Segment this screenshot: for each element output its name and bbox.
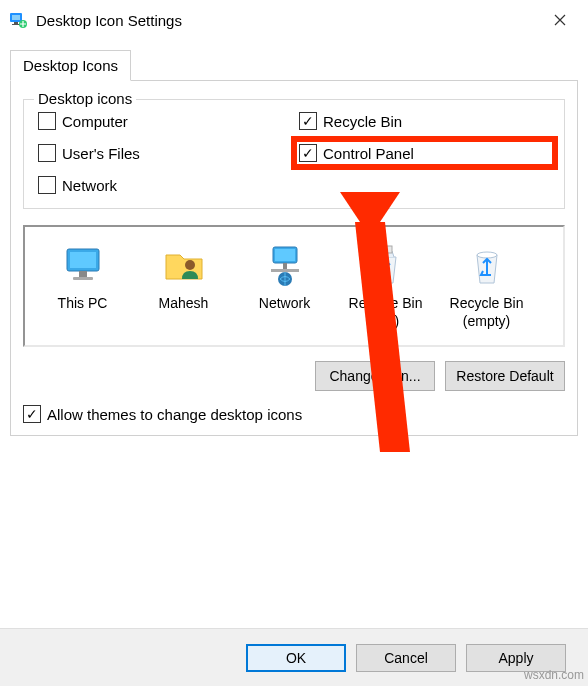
check-computer[interactable]: Computer — [38, 112, 289, 130]
svg-point-9 — [185, 260, 195, 270]
svg-rect-11 — [275, 249, 295, 261]
check-allow-themes[interactable]: ✓ Allow themes to change desktop icons — [23, 405, 565, 423]
icon-network[interactable]: Network — [237, 241, 332, 331]
network-icon — [253, 241, 317, 289]
svg-rect-6 — [70, 252, 96, 268]
checkbox-allow-themes[interactable]: ✓ — [23, 405, 41, 423]
icon-recycle-bin-empty[interactable]: Recycle Bin (empty) — [439, 241, 534, 331]
check-network[interactable]: Network — [38, 176, 289, 194]
label-network: Network — [62, 177, 117, 194]
recycle-bin-empty-icon — [455, 241, 519, 289]
check-control-panel[interactable]: ✓ Control Panel — [295, 140, 554, 166]
titlebar-app-icon — [8, 10, 28, 30]
change-icon-button[interactable]: Change Icon... — [315, 361, 435, 391]
checkbox-control-panel[interactable]: ✓ — [299, 144, 317, 162]
icon-recycle-bin-full[interactable]: Recycle Bin (full) — [338, 241, 433, 331]
svg-point-17 — [477, 252, 497, 258]
group-title: Desktop icons — [34, 90, 136, 107]
label-users-files: User's Files — [62, 145, 140, 162]
svg-rect-8 — [73, 277, 93, 280]
svg-rect-1 — [12, 15, 20, 20]
restore-default-button[interactable]: Restore Default — [445, 361, 565, 391]
svg-rect-16 — [387, 246, 392, 253]
checkbox-recycle-bin[interactable]: ✓ — [299, 112, 317, 130]
svg-rect-13 — [271, 269, 299, 272]
svg-rect-7 — [79, 271, 87, 277]
user-folder-icon — [152, 241, 216, 289]
check-users-files[interactable]: User's Files — [38, 144, 289, 162]
group-desktop-icons: Desktop icons Computer ✓ Recycle Bin Use… — [23, 99, 565, 209]
icon-preview-panel: This PC Mahesh — [23, 225, 565, 347]
label-computer: Computer — [62, 113, 128, 130]
label-allow-themes: Allow themes to change desktop icons — [47, 406, 302, 423]
label-control-panel: Control Panel — [323, 145, 414, 162]
icon-label-rb-empty: Recycle Bin (empty) — [439, 293, 534, 331]
svg-rect-12 — [283, 263, 287, 269]
label-recycle-bin: Recycle Bin — [323, 113, 402, 130]
svg-rect-2 — [14, 22, 18, 24]
icon-label-this-pc: This PC — [55, 293, 111, 313]
icon-label-user: Mahesh — [156, 293, 212, 313]
tab-strip: Desktop Icons — [10, 50, 578, 81]
watermark: wsxdn.com — [524, 668, 584, 682]
tab-desktop-icons[interactable]: Desktop Icons — [10, 50, 131, 81]
close-button[interactable] — [540, 0, 580, 40]
recycle-bin-full-icon — [354, 241, 418, 289]
cancel-button[interactable]: Cancel — [356, 644, 456, 672]
monitor-icon — [51, 241, 115, 289]
check-recycle-bin[interactable]: ✓ Recycle Bin — [299, 112, 550, 130]
tab-content: Desktop icons Computer ✓ Recycle Bin Use… — [10, 80, 578, 436]
checkbox-network[interactable] — [38, 176, 56, 194]
ok-button[interactable]: OK — [246, 644, 346, 672]
svg-rect-3 — [12, 24, 20, 25]
window-title: Desktop Icon Settings — [36, 12, 540, 29]
dialog-footer: OK Cancel Apply — [0, 628, 588, 686]
svg-rect-15 — [380, 247, 385, 253]
icon-this-pc[interactable]: This PC — [35, 241, 130, 331]
checkbox-users-files[interactable] — [38, 144, 56, 162]
checkbox-computer[interactable] — [38, 112, 56, 130]
icon-label-network: Network — [256, 293, 313, 313]
icon-user-folder[interactable]: Mahesh — [136, 241, 231, 331]
icon-label-rb-full: Recycle Bin (full) — [338, 293, 433, 331]
titlebar: Desktop Icon Settings — [0, 0, 588, 40]
